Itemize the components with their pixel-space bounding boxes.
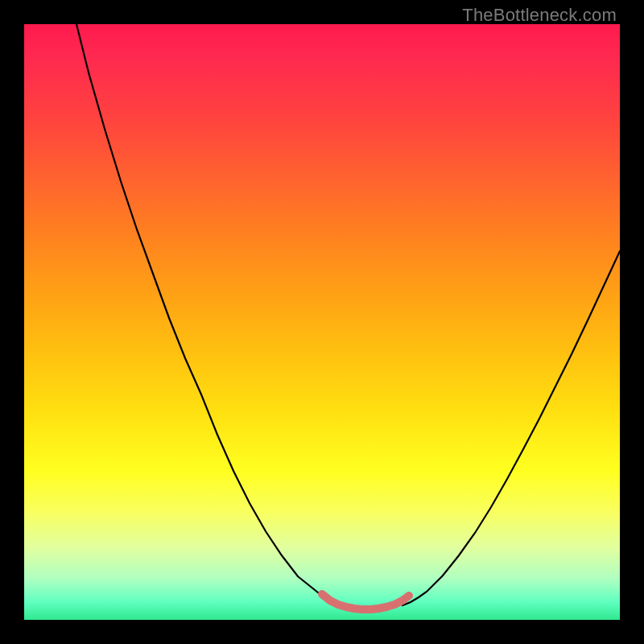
plot-area: [24, 24, 620, 620]
bottom-segment: [322, 594, 409, 609]
curve-layer: [24, 24, 620, 620]
right-curve: [402, 251, 620, 605]
watermark-text: TheBottleneck.com: [462, 5, 617, 26]
left-curve: [76, 24, 346, 605]
chart-container: TheBottleneck.com: [0, 0, 644, 644]
